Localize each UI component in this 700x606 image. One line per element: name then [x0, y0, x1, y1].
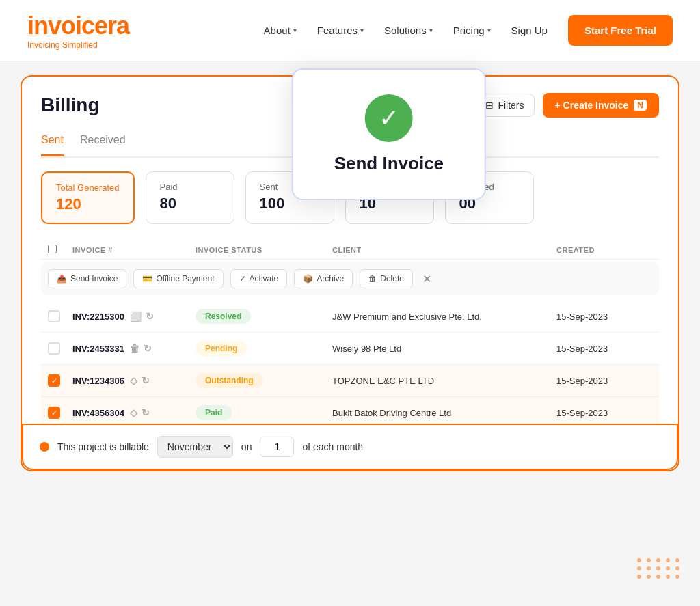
logo-rest: nvoicera: [33, 12, 129, 40]
client-4: Bukit Batok Driving Centre Ltd: [332, 408, 556, 418]
stat-paid-label: Paid: [160, 182, 220, 192]
create-invoice-badge: N: [634, 100, 647, 111]
row-icons-4: ◇ ↻: [130, 407, 150, 418]
row-icons-1: ⬜ ↻: [130, 311, 154, 322]
refresh-icon[interactable]: ↻: [142, 407, 150, 418]
diamond-icon[interactable]: ◇: [130, 375, 137, 386]
tab-sent[interactable]: Sent: [41, 128, 64, 156]
chevron-down-icon: ▾: [429, 27, 433, 34]
status-badge-paid: Paid: [196, 405, 232, 420]
nav-links: About ▾ Features ▾ Solutions ▾ Pricing ▾…: [264, 15, 673, 46]
table-header: INVOICE # INVOICE STATUS CLIENT CREATED: [41, 240, 659, 260]
invoice-num-3: INV:1234306 ◇ ↻: [72, 375, 196, 386]
logo-sub: Invoicing Simplified: [27, 40, 129, 50]
archive-button[interactable]: 📦 Archive: [294, 269, 353, 288]
trash-icon[interactable]: 🗑: [130, 343, 139, 354]
logo: invoicera Invoicing Simplified: [27, 12, 129, 50]
checkbox-4[interactable]: [48, 407, 60, 419]
select-all-checkbox[interactable]: [48, 245, 57, 253]
row-checkbox-1[interactable]: [48, 310, 72, 322]
delete-label: Delete: [380, 274, 404, 284]
navbar: invoicera Invoicing Simplified About ▾ F…: [0, 0, 700, 61]
action-bar: 📤 Send Invoice 💳 Offline Payment ✓ Activ…: [41, 262, 659, 295]
offline-payment-button[interactable]: 💳 Offline Payment: [133, 269, 223, 288]
table-row: INV:2453331 🗑 ↻ Pending Wisely 98 Pte Lt…: [41, 333, 659, 365]
row-icons-3: ◇ ↻: [130, 375, 150, 386]
refresh-icon[interactable]: ↻: [142, 375, 150, 386]
row-checkbox-2[interactable]: [48, 342, 72, 355]
date-2: 15-Sep-2023: [556, 344, 652, 354]
checkbox-3[interactable]: [48, 374, 60, 387]
activate-button[interactable]: ✓ Activate: [230, 269, 288, 288]
invoice-num-4: INV:4356304 ◇ ↻: [72, 407, 196, 418]
row-checkbox-3[interactable]: [48, 374, 72, 387]
table-rows: INV:2215300 ⬜ ↻ Resolved J&W Premium and…: [41, 301, 659, 428]
billable-on: on: [241, 441, 252, 452]
download-icon[interactable]: ⬜: [130, 311, 142, 322]
client-3: TOPZONE E&C PTE LTD: [332, 376, 556, 386]
archive-label: Archive: [317, 274, 344, 284]
tab-received[interactable]: Received: [80, 128, 126, 156]
status-badge-pending: Pending: [196, 341, 247, 356]
status-4: Paid: [196, 405, 332, 420]
send-invoice-modal: ✓ Send Invoice: [292, 68, 486, 200]
chevron-down-icon: ▾: [360, 27, 364, 34]
status-1: Resolved: [196, 309, 332, 324]
action-bar-close-button[interactable]: ✕: [422, 273, 431, 286]
nav-features[interactable]: Features ▾: [317, 25, 364, 36]
diamond-icon[interactable]: ◇: [130, 407, 137, 418]
row-icons-2: 🗑 ↻: [130, 343, 152, 354]
status-2: Pending: [196, 341, 332, 356]
checkmark-icon: ✓: [379, 104, 399, 133]
filter-icon: ⊟: [485, 100, 494, 111]
nav-solutions[interactable]: Solutions ▾: [384, 25, 433, 36]
orange-dot-icon: [40, 442, 49, 452]
invoice-num-2: INV:2453331 🗑 ↻: [72, 343, 196, 354]
activate-label: Activate: [250, 274, 279, 284]
refresh-icon[interactable]: ↻: [144, 343, 152, 354]
status-badge-outstanding: Outstanding: [196, 373, 263, 388]
stat-paid-value: 80: [160, 195, 220, 212]
offline-payment-label: Offline Payment: [156, 274, 214, 284]
th-status: INVOICE STATUS: [196, 246, 332, 254]
table-row: INV:2215300 ⬜ ↻ Resolved J&W Premium and…: [41, 301, 659, 333]
month-select[interactable]: November JanuaryFebruaryMarch AprilMayJu…: [157, 436, 233, 458]
nav-pricing[interactable]: Pricing ▾: [453, 25, 491, 36]
send-invoice-action-label: Send Invoice: [70, 274, 118, 284]
activate-icon: ✓: [239, 274, 246, 284]
logo-text: invoicera: [27, 12, 129, 40]
send-invoice-action-button[interactable]: 📤 Send Invoice: [48, 269, 126, 288]
checkbox-2[interactable]: [48, 342, 60, 355]
table-row: INV:1234306 ◇ ↻ Outstanding TOPZONE E&C …: [41, 365, 659, 397]
offline-payment-icon: 💳: [142, 274, 152, 284]
th-invoice: INVOICE #: [72, 246, 196, 254]
page-title: Billing: [41, 94, 100, 116]
stat-paid[interactable]: Paid 80: [146, 171, 234, 224]
send-invoice-action-icon: 📤: [57, 274, 67, 284]
billable-suffix: of each month: [302, 441, 363, 452]
delete-icon: 🗑: [368, 274, 377, 284]
filters-label: Filters: [498, 100, 524, 111]
chevron-down-icon: ▾: [487, 27, 491, 34]
row-checkbox-4[interactable]: [48, 407, 72, 419]
nav-about[interactable]: About ▾: [264, 25, 297, 36]
stat-total-generated[interactable]: Total Generated 120: [41, 171, 135, 224]
start-free-trial-button[interactable]: Start Free Trial: [568, 15, 673, 46]
send-invoice-title: Send Invoice: [334, 153, 444, 174]
create-invoice-button[interactable]: + Create Invoice N: [543, 93, 659, 118]
refresh-icon[interactable]: ↻: [146, 311, 154, 322]
decorative-dots-bottom: [637, 558, 679, 579]
checkbox-1[interactable]: [48, 310, 60, 322]
day-input[interactable]: [260, 437, 294, 457]
logo-i: i: [27, 12, 33, 40]
th-created: CREATED: [556, 246, 652, 254]
th-client: CLIENT: [332, 246, 556, 254]
delete-button[interactable]: 🗑 Delete: [360, 269, 413, 288]
create-invoice-label: + Create Invoice: [555, 100, 629, 111]
invoice-num-1: INV:2215300 ⬜ ↻: [72, 311, 196, 322]
stat-total-generated-label: Total Generated: [56, 182, 120, 193]
chevron-down-icon: ▾: [293, 27, 297, 34]
nav-signup[interactable]: Sign Up: [511, 25, 548, 36]
billable-text: This project is billable: [57, 441, 149, 452]
success-check-circle: ✓: [365, 94, 413, 142]
